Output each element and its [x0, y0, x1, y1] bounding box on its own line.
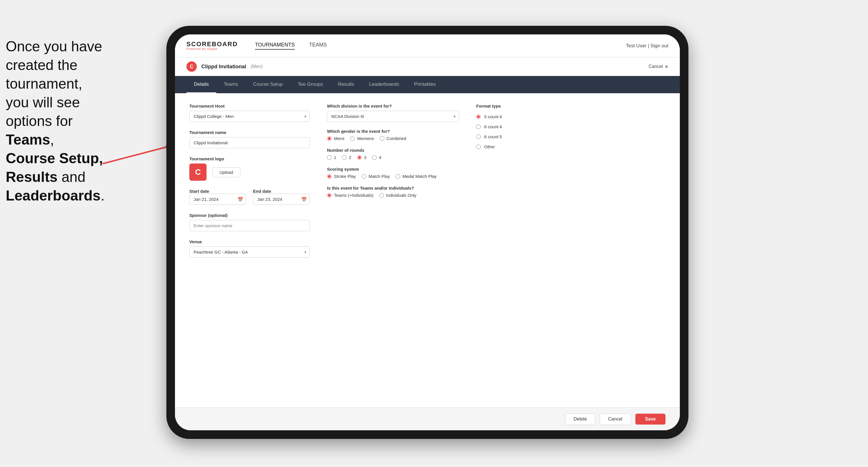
scoring-match-radio[interactable]	[362, 174, 366, 179]
rounds-2-radio[interactable]	[342, 155, 346, 160]
scoring-stroke-radio[interactable]	[327, 174, 332, 179]
division-select[interactable]: NCAA Division III	[327, 111, 459, 122]
header-left: SCOREBOARD Powered by clippd TOURNAMENTS…	[186, 41, 327, 51]
venue-select[interactable]: Peachtree GC - Atlanta - GA	[189, 246, 310, 258]
tournament-icon: C	[186, 61, 197, 72]
rounds-label: Number of rounds	[327, 148, 459, 153]
main-content: Tournament Host Clippd College - Men Tou…	[175, 93, 680, 430]
teams-both[interactable]: Teams (+Individuals)	[327, 193, 373, 198]
sponsor-input[interactable]	[189, 220, 310, 231]
nav-tournaments[interactable]: TOURNAMENTS	[255, 42, 295, 50]
cancel-button[interactable]: Cancel	[600, 413, 631, 425]
calendar-icon-2: 📅	[301, 196, 307, 202]
instruction-text: Once you have created the tournament, yo…	[6, 37, 146, 205]
tab-course-setup[interactable]: Course Setup	[246, 76, 290, 93]
start-date-field: Start date 📅	[189, 189, 246, 205]
rounds-4-radio[interactable]	[372, 155, 377, 160]
format-6count5-label: 6 count 5	[484, 134, 502, 139]
rounds-1-radio[interactable]	[327, 155, 332, 160]
logo-preview: C	[189, 163, 207, 181]
format-5count4-radio[interactable]	[476, 115, 481, 119]
rounds-1[interactable]: 1	[327, 155, 336, 160]
nav-teams[interactable]: TEAMS	[309, 42, 327, 50]
tab-details[interactable]: Details	[186, 76, 216, 93]
calendar-icon: 📅	[238, 196, 243, 202]
division-field: Which division is the event for? NCAA Di…	[327, 103, 459, 122]
sponsor-label: Sponsor (optional)	[189, 213, 310, 218]
tournament-host-select[interactable]: Clippd College - Men	[189, 111, 310, 122]
format-other[interactable]: Other	[476, 144, 574, 149]
rounds-3-radio[interactable]	[357, 155, 362, 160]
rounds-3[interactable]: 3	[357, 155, 366, 160]
delete-button[interactable]: Delete	[565, 413, 595, 425]
logo-area: SCOREBOARD Powered by clippd	[186, 41, 238, 51]
rounds-2[interactable]: 2	[342, 155, 351, 160]
start-date-label: Start date	[189, 189, 209, 194]
gender-combined[interactable]: Combined	[380, 136, 406, 141]
logo-title: SCOREBOARD	[186, 41, 238, 47]
format-6count4-label: 6 count 4	[484, 124, 502, 129]
form-col-left: Tournament Host Clippd College - Men Tou…	[189, 103, 310, 258]
save-button[interactable]: Save	[636, 414, 665, 425]
scoring-medal-radio[interactable]	[396, 174, 400, 179]
venue-label: Venue	[189, 239, 310, 244]
tab-results[interactable]: Results	[331, 76, 362, 93]
main-nav: TOURNAMENTS TEAMS	[255, 42, 327, 50]
teams-field: Is this event for Teams and/or Individua…	[327, 186, 459, 198]
cancel-tournament-btn[interactable]: Cancel ✕	[649, 64, 669, 69]
tournament-name-input[interactable]	[189, 137, 310, 148]
tournament-host-label: Tournament Host	[189, 103, 310, 108]
gender-mens[interactable]: Mens	[327, 136, 344, 141]
rounds-field: Number of rounds 1 2	[327, 148, 459, 160]
gender-womens-radio[interactable]	[350, 136, 355, 141]
upload-button[interactable]: Upload	[212, 167, 240, 177]
end-date-field: End date 📅	[253, 189, 310, 205]
scoring-stroke[interactable]: Stroke Play	[327, 174, 356, 179]
user-text[interactable]: Test User | Sign out	[626, 43, 669, 49]
venue-field: Venue Peachtree GC - Atlanta - GA	[189, 239, 310, 258]
scoring-radio-group: Stroke Play Match Play Medal Match Play	[327, 174, 459, 179]
teams-individuals[interactable]: Individuals Only	[379, 193, 416, 198]
venue-select-wrap: Peachtree GC - Atlanta - GA	[189, 246, 310, 258]
tournament-name: Clippd Invitational	[202, 64, 246, 70]
tab-leaderboards[interactable]: Leaderboards	[362, 76, 407, 93]
tournament-sub: (Men)	[251, 64, 263, 69]
rounds-4[interactable]: 4	[372, 155, 381, 160]
gender-womens[interactable]: Womens	[350, 136, 374, 141]
form-area: Tournament Host Clippd College - Men Tou…	[175, 93, 680, 268]
form-col-middle: Which division is the event for? NCAA Di…	[327, 103, 459, 258]
tab-printables[interactable]: Printables	[407, 76, 443, 93]
scoring-field: Scoring system Stroke Play Match Play	[327, 167, 459, 179]
format-5count4-label: 5 count 4	[484, 114, 502, 119]
tournament-title-row: C Clippd Invitational (Men)	[186, 61, 263, 72]
gender-field: Which gender is the event for? Mens Wome…	[327, 129, 459, 141]
format-5count4[interactable]: 5 count 4	[476, 114, 574, 119]
scoring-medal[interactable]: Medal Match Play	[396, 174, 437, 179]
division-select-wrap: NCAA Division III	[327, 111, 459, 122]
gender-combined-radio[interactable]	[380, 136, 384, 141]
gender-mens-radio[interactable]	[327, 136, 332, 141]
format-other-radio[interactable]	[476, 145, 481, 149]
scoring-match[interactable]: Match Play	[362, 174, 390, 179]
tab-teams[interactable]: Teams	[216, 76, 246, 93]
tournament-logo-field: Tournament logo C Upload	[189, 156, 310, 181]
teams-individuals-radio[interactable]	[379, 193, 384, 198]
tab-tee-groups[interactable]: Tee Groups	[290, 76, 331, 93]
app-header: SCOREBOARD Powered by clippd TOURNAMENTS…	[175, 34, 680, 57]
format-type-label: Format type	[476, 103, 574, 108]
gender-label: Which gender is the event for?	[327, 129, 459, 134]
tournament-host-field: Tournament Host Clippd College - Men	[189, 103, 310, 122]
format-6count4[interactable]: 6 count 4	[476, 124, 574, 129]
start-date-wrap: 📅	[189, 194, 246, 205]
format-6count5-radio[interactable]	[476, 134, 481, 139]
gender-radio-group: Mens Womens Combined	[327, 136, 459, 141]
format-6count4-radio[interactable]	[476, 124, 481, 129]
form-spacer	[175, 268, 680, 407]
tournament-name-label: Tournament name	[189, 130, 310, 135]
teams-both-radio[interactable]	[327, 193, 332, 198]
format-6count5[interactable]: 6 count 5	[476, 134, 574, 139]
date-row: Start date 📅 End date 📅	[189, 189, 310, 205]
tablet: SCOREBOARD Powered by clippd TOURNAMENTS…	[166, 26, 688, 439]
tournament-logo-label: Tournament logo	[189, 156, 310, 161]
end-date-wrap: 📅	[253, 194, 310, 205]
